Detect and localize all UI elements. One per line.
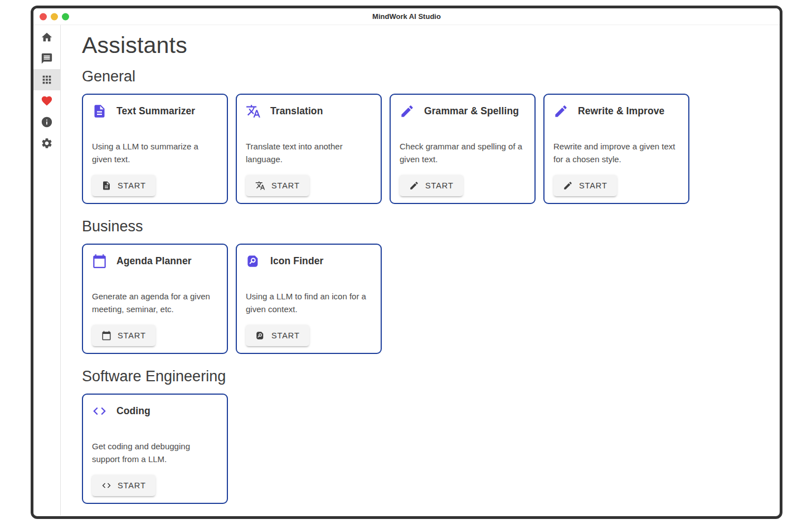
info-icon (41, 116, 53, 128)
edit-icon (409, 181, 419, 191)
translate-icon (255, 181, 265, 191)
chat-icon (41, 52, 53, 65)
code-icon (101, 481, 111, 491)
card-description: Generate an agenda for a given meeting, … (92, 290, 218, 316)
assistant-card: Text Summarizer Using a LLM to summarize… (82, 94, 228, 204)
card-row: Agenda Planner Generate an agenda for a … (82, 244, 758, 354)
translate-icon (246, 104, 261, 119)
card-title: Coding (116, 405, 150, 417)
edit-icon (400, 104, 415, 119)
card-description: Using a LLM to find an icon for a given … (246, 290, 372, 316)
edit-icon (409, 181, 419, 191)
app-window: MindWork AI Studio Assistants General Te… (31, 6, 782, 519)
card-header: Agenda Planner (92, 254, 218, 269)
edit-icon (563, 181, 573, 191)
section-title: General (82, 67, 758, 86)
card-description: Get coding and debugging support from a … (92, 440, 218, 465)
start-button[interactable]: START (400, 175, 463, 196)
start-button-label: START (425, 181, 454, 190)
close-window-button[interactable] (40, 13, 47, 20)
apps-icon (41, 74, 53, 86)
edit-icon (400, 104, 415, 119)
titlebar: MindWork AI Studio (33, 8, 780, 25)
translate-icon (255, 181, 265, 191)
gear-icon (41, 137, 53, 149)
find-icon (246, 254, 261, 269)
heart-icon (41, 95, 53, 107)
find-icon (255, 331, 265, 341)
assistant-section: General Text Summarizer Using a LLM to s… (82, 67, 758, 204)
home-icon (41, 31, 53, 43)
apps-icon (41, 74, 53, 86)
section-title: Business (82, 217, 758, 236)
card-title: Grammar & Spelling (424, 105, 519, 117)
card-description: Translate text into another language. (246, 140, 372, 166)
sidebar-item-settings[interactable] (33, 133, 60, 154)
start-button[interactable]: START (246, 325, 309, 346)
assistant-card: Rewrite & Improve Rewrite and improve a … (543, 94, 689, 204)
start-button-label: START (118, 331, 146, 340)
card-header: Text Summarizer (92, 104, 218, 119)
window-controls (40, 13, 69, 20)
window-title: MindWork AI Studio (372, 12, 441, 21)
start-button[interactable]: START (246, 175, 309, 196)
card-row: Text Summarizer Using a LLM to summarize… (82, 94, 758, 204)
sidebar-item-chat[interactable] (33, 48, 60, 69)
zoom-window-button[interactable] (62, 13, 69, 20)
start-button-label: START (118, 481, 146, 490)
card-description: Check grammar and spelling of a given te… (400, 140, 526, 166)
sections-container: General Text Summarizer Using a LLM to s… (82, 67, 758, 504)
calendar-icon (101, 331, 111, 341)
sidebar-item-assistants[interactable] (33, 69, 60, 90)
card-row: Coding Get coding and debugging support … (82, 394, 758, 504)
translate-icon (246, 104, 261, 119)
chat-icon (41, 52, 53, 65)
info-icon (41, 116, 53, 128)
code-icon (92, 404, 107, 419)
card-header: Coding (92, 404, 218, 419)
start-button[interactable]: START (92, 175, 155, 196)
assistant-section: Software Engineering Coding Get coding a… (82, 367, 758, 504)
sidebar (33, 25, 61, 516)
document-icon (92, 104, 107, 119)
heart-icon (41, 95, 53, 107)
document-icon (101, 181, 111, 191)
minimize-window-button[interactable] (51, 13, 58, 20)
code-icon (92, 404, 107, 419)
assistant-card: Icon Finder Using a LLM to find an icon … (236, 244, 382, 354)
start-button[interactable]: START (553, 175, 617, 196)
start-button-label: START (271, 181, 300, 190)
start-button-label: START (118, 181, 146, 190)
calendar-icon (101, 331, 111, 341)
card-title: Text Summarizer (116, 105, 195, 117)
start-button-label: START (579, 181, 607, 190)
section-title: Software Engineering (82, 367, 758, 386)
sidebar-item-about[interactable] (33, 111, 60, 133)
assistant-card: Coding Get coding and debugging support … (82, 394, 228, 504)
assistant-card: Agenda Planner Generate an agenda for a … (82, 244, 228, 354)
find-icon (255, 331, 265, 341)
start-button[interactable]: START (92, 325, 155, 346)
find-icon (246, 254, 261, 269)
card-header: Icon Finder (246, 254, 372, 269)
sidebar-item-favorites[interactable] (33, 90, 60, 111)
code-icon (101, 481, 111, 491)
card-title: Translation (270, 105, 323, 117)
card-header: Rewrite & Improve (553, 104, 679, 119)
window-body: Assistants General Text Summarizer Using… (33, 25, 780, 516)
home-icon (41, 31, 53, 43)
start-button-label: START (271, 331, 300, 340)
edit-icon (553, 104, 568, 119)
gear-icon (41, 137, 53, 149)
calendar-icon (92, 254, 107, 269)
card-description: Rewrite and improve a given text for a c… (553, 140, 679, 166)
main-content: Assistants General Text Summarizer Using… (61, 25, 780, 516)
assistant-card: Grammar & Spelling Check grammar and spe… (390, 94, 536, 204)
card-header: Grammar & Spelling (400, 104, 526, 119)
card-header: Translation (246, 104, 372, 119)
assistant-card: Translation Translate text into another … (236, 94, 382, 204)
card-description: Using a LLM to summarize a given text. (92, 140, 218, 166)
start-button[interactable]: START (92, 475, 155, 496)
sidebar-item-home[interactable] (33, 27, 60, 48)
assistant-section: Business Agenda Planner Generate an agen… (82, 217, 758, 354)
